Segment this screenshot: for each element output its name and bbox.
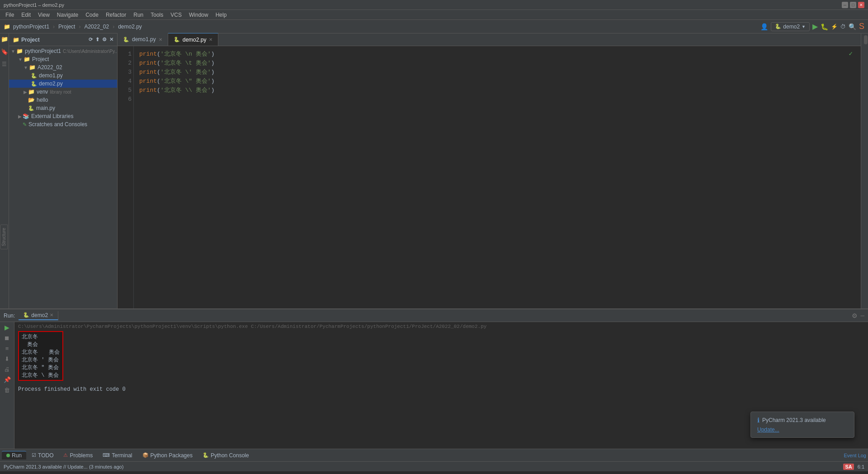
tree-label-scratches: Scratches and Consoles	[28, 121, 87, 128]
status-sa-icon: SA	[843, 464, 854, 470]
menu-navigate[interactable]: Navigate	[53, 12, 82, 18]
tree-item-main[interactable]: ▶ 🐍 main.py	[9, 104, 117, 112]
tree-item-scratches[interactable]: ▶ ✎ Scratches and Consoles	[9, 120, 117, 128]
tree-item-project[interactable]: ▼ 📁 Project	[9, 55, 117, 63]
tree-toggle-a2022[interactable]: ▼	[24, 65, 28, 70]
tree-label-venv: venv	[37, 89, 48, 95]
toolbar: 📁 pythonProject1 › Project › A2022_02 › …	[0, 20, 868, 33]
debug-button[interactable]: 🐛	[821, 23, 828, 30]
bottom-tab-run[interactable]: Run	[2, 451, 26, 460]
menu-help[interactable]: Help	[212, 12, 231, 18]
menu-code[interactable]: Code	[82, 12, 102, 18]
output-line-6: 北京冬 \ 奥会	[22, 371, 60, 379]
tab-demo2-icon: 🐍	[174, 37, 180, 43]
tree-item-external[interactable]: ▶ 📚 External Libraries	[9, 112, 117, 120]
tree-label-a2022: A2022_02	[38, 64, 62, 71]
tree-item-a2022[interactable]: ▼ 📁 A2022_02	[9, 63, 117, 71]
tree-toggle-root[interactable]: ▼	[11, 49, 15, 54]
scrollbar-track[interactable]	[863, 34, 867, 308]
project-view-icon[interactable]: 📁	[1, 35, 8, 43]
run-tab-close[interactable]: ✕	[50, 313, 53, 318]
tab-demo1-close[interactable]: ✕	[159, 37, 162, 42]
tree-item-hello[interactable]: ▶ 📂 hello	[9, 96, 117, 104]
code-editor[interactable]: 1 2 3 4 5 6 print('北京冬 \n 奥会') print('北京…	[118, 46, 861, 308]
code-content[interactable]: print('北京冬 \n 奥会') print('北京冬 \t 奥会') pr…	[134, 46, 861, 308]
menu-tools[interactable]: Tools	[147, 12, 167, 18]
scroll-end-icon[interactable]: ⬇	[5, 356, 9, 362]
stop-icon[interactable]: ⏹	[4, 335, 10, 341]
bottom-tab-todo[interactable]: ☑ TODO	[27, 451, 58, 460]
breadcrumb-project[interactable]: pythonProject1	[13, 24, 49, 30]
menu-window[interactable]: Window	[185, 12, 212, 18]
menu-refactor[interactable]: Refactor	[102, 12, 130, 18]
project-collapse-icon[interactable]: ⬆	[95, 37, 99, 43]
print-icon[interactable]: 🖨	[4, 366, 10, 373]
menu-edit[interactable]: Edit	[18, 12, 34, 18]
tree-label-demo1: demo1.py	[39, 72, 63, 79]
run-config-dropdown[interactable]: 🐍 demo2 ▼	[771, 22, 810, 31]
tree-toggle-external[interactable]: ▶	[18, 114, 22, 119]
tab-demo2[interactable]: 🐍 demo2.py ✕	[168, 33, 219, 46]
tree-item-root[interactable]: ▼ 📁 pythonProject1 C:\Users\Administrato…	[9, 47, 117, 55]
tree-label-project: Project	[32, 56, 49, 62]
breadcrumb-folder[interactable]: Project	[58, 24, 75, 30]
bottom-tab-run-dot	[6, 454, 10, 457]
tab-demo1[interactable]: 🐍 demo1.py ✕	[118, 33, 168, 46]
output-highlighted-box: 北京冬 奥会 北京冬 奥会 北京冬 ' 奥会 北京冬 " 奥会 北京冬 \ 奥会	[18, 331, 63, 381]
trash-icon[interactable]: 🗑	[4, 387, 10, 393]
terminal-icon: ⌨	[103, 452, 110, 458]
search-everywhere-button[interactable]: 🔍	[849, 23, 856, 30]
editor-tabs-bar: 🐍 demo1.py ✕ 🐍 demo2.py ✕	[118, 33, 861, 46]
menu-file[interactable]: File	[2, 12, 18, 18]
folder-icon-project: 📁	[24, 56, 30, 62]
notification-update-link[interactable]: Update...	[757, 427, 779, 433]
tree-item-demo1[interactable]: 🐍 demo1.py	[9, 71, 117, 80]
code-line-3: print('北京冬 \' 奥会')	[139, 68, 855, 77]
pin-icon[interactable]: 📌	[4, 376, 11, 383]
structure-side-panel[interactable]: Structure	[0, 225, 8, 250]
tree-toggle-venv[interactable]: ▶	[24, 90, 27, 95]
menu-run[interactable]: Run	[130, 12, 147, 18]
notification-popup: ℹ PyCharm 2021.3 available Update...	[750, 412, 854, 438]
bottom-tab-console[interactable]: 🐍 Python Console	[198, 451, 254, 460]
run-tab-demo2[interactable]: 🐍 demo2 ✕	[19, 311, 58, 320]
project-sync-icon[interactable]: ⟳	[89, 37, 93, 43]
breadcrumb-file[interactable]: demo2.py	[118, 24, 142, 30]
tab-demo2-close[interactable]: ✕	[209, 37, 212, 42]
run-tab-icon: 🐍	[23, 312, 29, 318]
run-settings-icon[interactable]: ⚙	[852, 312, 858, 319]
code-line-2: print('北京冬 \t 奥会')	[139, 59, 855, 68]
breadcrumb-a2022[interactable]: A2022_02	[84, 24, 109, 30]
close-btn[interactable]: ✕	[858, 2, 864, 8]
bottom-tab-terminal[interactable]: ⌨ Terminal	[98, 451, 137, 460]
todo-icon: ☑	[32, 452, 36, 458]
packages-icon: 📦	[142, 452, 149, 458]
profile-button[interactable]: ⏱	[840, 24, 846, 30]
rerun-icon[interactable]: ▶	[5, 324, 9, 331]
coverage-button[interactable]: ⚡	[831, 24, 838, 30]
event-log-link[interactable]: Event Log	[844, 453, 866, 458]
maximize-btn[interactable]: □	[850, 2, 856, 8]
tree-item-venv[interactable]: ▶ 📁 venv library root	[9, 88, 117, 96]
tree-path-root: C:\Users\Administrator\Py...	[63, 49, 117, 54]
account-icon[interactable]: S	[859, 22, 864, 31]
tree-item-demo2[interactable]: 🐍 demo2.py	[9, 80, 117, 88]
menu-vcs[interactable]: VCS	[167, 12, 185, 18]
bottom-tab-packages[interactable]: 📦 Python Packages	[138, 451, 197, 460]
filter-icon[interactable]: ≡	[5, 345, 9, 352]
minimize-btn[interactable]: ─	[842, 2, 848, 8]
notification-title-text: PyCharm 2021.3 available	[762, 417, 826, 423]
notification-icon: ℹ	[757, 417, 760, 424]
structure-icon[interactable]: ☰	[1, 61, 8, 68]
project-settings-icon[interactable]: ⚙	[102, 37, 107, 43]
bottom-tab-problems[interactable]: ⚠ Problems	[59, 451, 97, 460]
menu-view[interactable]: View	[34, 12, 53, 18]
bookmark-icon[interactable]: 🔖	[1, 48, 8, 55]
tab-demo1-label: demo1.py	[132, 36, 156, 43]
file-icon-demo1: 🐍	[31, 73, 37, 79]
scrollbar-thumb[interactable]	[864, 35, 868, 44]
run-collapse-icon[interactable]: ─	[860, 313, 864, 319]
project-close-icon[interactable]: ✕	[109, 37, 113, 43]
tree-toggle-project[interactable]: ▼	[18, 57, 23, 62]
run-button[interactable]: ▶	[812, 22, 818, 31]
